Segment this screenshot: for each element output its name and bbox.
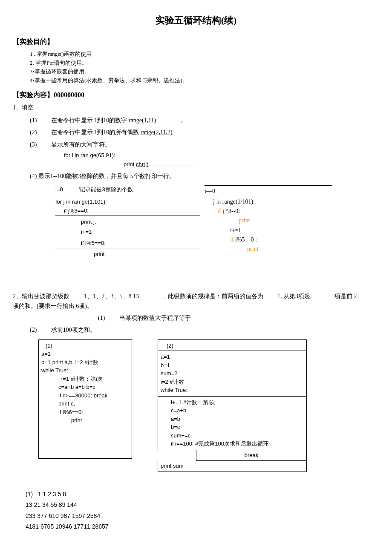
code-line: i=2 #计数	[161, 378, 304, 386]
q4-container: i=0 '记录能被3整除的个数 for j in ran ge(1,101): …	[30, 185, 379, 279]
code-line: print	[205, 244, 332, 254]
text: range	[222, 198, 236, 205]
box2-bottom: print sum	[158, 461, 307, 472]
code-line: b=c	[171, 423, 304, 431]
code-line: c=a+b	[171, 406, 304, 415]
blank	[150, 166, 193, 166]
text: 在命令行中显示 1到10的数字	[51, 117, 127, 124]
text: 当某项的数值大于程序等于	[119, 315, 191, 321]
text: 在命令行中显示 1到10的所有偶数	[51, 129, 141, 135]
text: 显示所有的大写字符。	[51, 141, 111, 148]
goal-item: 4•掌握一些常用的算法(求素数、穷举法、求和与乘积、递推法)。	[30, 76, 379, 85]
blank-line: if j%3==0:	[55, 207, 200, 216]
box2-mid: i+=1 #计数：第i次 c=a+b a=b b=c sum+=c if i==…	[158, 397, 307, 450]
output-block: (1) 1 1 2 3 5 8 13 21 34 55 89 144 233 3…	[26, 489, 379, 532]
goal-item: 2. 掌握For语句的使用。	[30, 59, 379, 68]
q1-heading: 1、填空	[13, 103, 379, 112]
box-head: (2)	[158, 340, 306, 351]
page-title: 实验五循环结构(续)	[13, 13, 379, 28]
output-line: 233 377 610 987 1597 2584	[26, 511, 379, 521]
label: (3)	[30, 141, 37, 148]
code-line: c=a+b a=b b=c	[41, 383, 129, 391]
code-line: i=0	[55, 186, 63, 193]
code-line: print	[205, 216, 332, 225]
label: (1)	[30, 117, 37, 124]
code-box-2: (2) a=1 b=1 sum=2 i=2 #计数 while True: i+…	[158, 339, 307, 472]
label: (1)	[26, 491, 33, 497]
text: if	[217, 208, 221, 214]
code-line: i+=1 #计数：第i次	[41, 375, 129, 383]
code-line: a=1	[161, 353, 304, 361]
code-line: b=1 print a,b, i=2 #计数	[41, 358, 129, 367]
text: 1 1 2 3 5 8	[38, 491, 66, 497]
text: in	[216, 198, 222, 205]
text: if	[230, 236, 235, 243]
q2-sub1: (1) 当某项的数值大于程序等于	[98, 313, 379, 323]
text: 求前100项之和。	[51, 327, 96, 333]
content-heading: 【实验内容】000000000	[13, 89, 379, 101]
q1-4: (4) 显示1--100能被3整除的数，并且每 5个数打印一行。	[30, 172, 379, 181]
code-line: a=b	[171, 415, 304, 423]
code-line: if j ^3--0:	[205, 207, 332, 216]
q1-3-code1: for i in ran ge(65,91):	[64, 151, 379, 160]
blank-line: if i%5==0:	[55, 239, 200, 248]
label: (1)	[98, 315, 105, 321]
code-line: while True:	[161, 386, 304, 394]
answer: range(1,11)	[129, 117, 156, 124]
output-line: (1) 1 1 2 3 5 8	[26, 489, 379, 500]
q1-3-code2: print chr(i)	[64, 160, 379, 169]
box2-break: break	[196, 450, 307, 461]
code-line: for j in ran ge(1,101):	[55, 198, 200, 207]
code-line: print	[55, 250, 200, 259]
q2-sub2: (2) 求前100项之和。	[30, 325, 379, 335]
box-head: (1)	[41, 342, 129, 350]
output-line: 4181 6765 10946 17711 28657	[26, 521, 379, 532]
goal-item: 3•掌握循环嵌套的使用。	[30, 67, 379, 76]
answer: range(2,11,2)	[141, 129, 173, 135]
text-base: 当某项的数值大于程序等于	[119, 315, 191, 321]
code-line: b=1	[161, 361, 304, 370]
output-line: 13 21 34 55 89 144	[26, 500, 379, 510]
text: 1, 从第3项起,	[277, 293, 312, 299]
code-line: i+=1 #计数：第i次	[171, 398, 304, 407]
code-line: print j,	[55, 218, 200, 227]
q4-right-code: i—0 j in range(1/101): if j ^3--0: print…	[205, 185, 332, 254]
q2-text: 2、输出斐波那契级数 1、1、2、3、5、8 13 ，此级数项的规律是：前两项的…	[13, 292, 379, 301]
code-line: sum+=c	[171, 431, 304, 440]
code-line: print	[41, 416, 129, 425]
text: i—0	[205, 188, 215, 194]
text: 2、输出斐波那契级数	[13, 293, 69, 299]
code-comment: '记录能被3整除的个数	[79, 186, 133, 193]
code-line: if i%5—0：	[205, 235, 332, 244]
goal-item: 1 . 掌握range()函数的使用	[30, 50, 379, 59]
print-prefix: print	[124, 161, 136, 167]
code-line: if i%6==0:	[41, 408, 129, 417]
q4-left-code: i=0 '记录能被3整除的个数 for j in ran ge(1,101): …	[55, 185, 200, 261]
answer: chr(i)	[136, 161, 149, 167]
q1-1: (1) 在命令行中显示 1到10的数字 range(1,11) 。	[30, 116, 379, 125]
code-line: if i==100: #完成第100次求和后退出循环	[171, 440, 304, 448]
suffix: 。	[180, 117, 186, 124]
goals-heading: 【实验目的】	[13, 36, 379, 47]
code-box-1: (1) a=1 b=1 print a,b, i=2 #计数 while Tru…	[38, 339, 132, 459]
code-line: i+=l	[205, 226, 332, 235]
label: (2)	[30, 129, 37, 135]
blank-line: i+=1	[55, 228, 200, 237]
code-boxes: (1) a=1 b=1 print a,b, i=2 #计数 while Tru…	[38, 339, 379, 472]
label: (2)	[30, 327, 37, 333]
code-line: while True:	[41, 366, 129, 375]
label: (4)	[30, 173, 37, 179]
code-line: sum=2	[161, 369, 304, 378]
code-line: j in range(1/101):	[205, 197, 332, 207]
code-line: a=1	[41, 350, 129, 358]
text: (1/101):	[236, 198, 255, 205]
text: 显示1--100能被3整除的数，并且每 5个数打印一行。	[38, 173, 175, 179]
text: ，此级数项的规律是：前两项的值各为	[162, 293, 263, 299]
q2-line2: 项的和。(要求一行输出 6项)。	[13, 302, 379, 311]
code-line: i—0	[205, 185, 332, 196]
q1-3: (3) 显示所有的大写字符。	[30, 140, 379, 150]
text: 项是前 2	[334, 293, 357, 299]
q1-2: (2) 在命令行中显示 1到10的所有偶数 range(2,11,2)	[30, 128, 379, 137]
code-line: if c>==30000: break	[41, 391, 129, 400]
box2-top: (2) a=1 b=1 sum=2 i=2 #计数 while True:	[158, 339, 307, 397]
